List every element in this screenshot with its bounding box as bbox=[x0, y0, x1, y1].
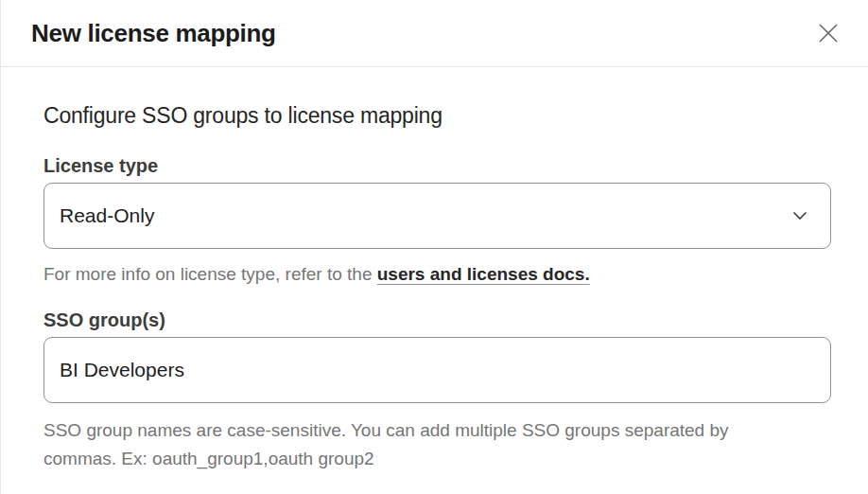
close-button[interactable] bbox=[813, 18, 843, 48]
chevron-down-icon bbox=[792, 211, 807, 221]
new-license-mapping-modal: New license mapping Configure SSO groups… bbox=[0, 0, 868, 494]
sso-groups-input[interactable] bbox=[43, 337, 831, 403]
license-type-select[interactable]: Read-Only bbox=[43, 183, 831, 249]
sso-groups-help-text: SSO group names are case-sensitive. You … bbox=[43, 416, 781, 473]
section-heading: Configure SSO groups to license mapping bbox=[43, 102, 830, 129]
users-and-licenses-docs-link[interactable]: users and licenses docs. bbox=[377, 264, 590, 284]
modal-title: New license mapping bbox=[31, 19, 276, 48]
modal-body: Configure SSO groups to license mapping … bbox=[1, 102, 868, 473]
sso-groups-label: SSO group(s) bbox=[43, 309, 830, 331]
close-icon bbox=[816, 21, 841, 45]
modal-header: New license mapping bbox=[1, 0, 868, 67]
license-type-help-text: For more info on license type, refer to … bbox=[43, 262, 830, 287]
license-type-label: License type bbox=[43, 154, 830, 177]
license-type-selected-value: Read-Only bbox=[60, 204, 154, 227]
license-type-help-prefix: For more info on license type, refer to … bbox=[43, 264, 377, 284]
